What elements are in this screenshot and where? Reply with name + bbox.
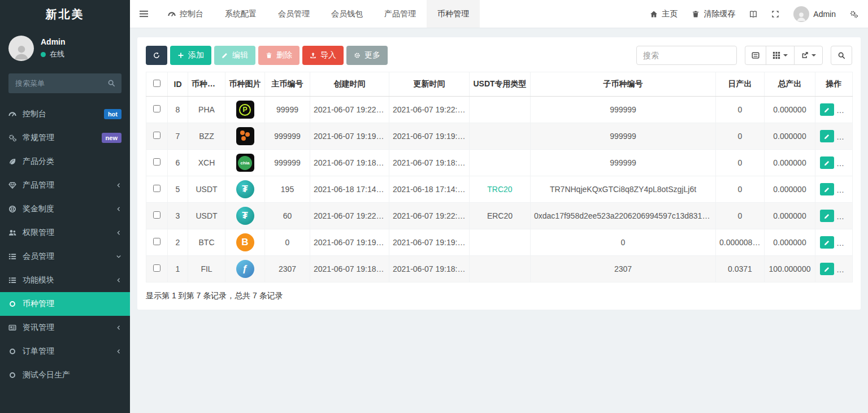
trash-icon: [266, 52, 272, 59]
pencil-icon: [824, 107, 830, 113]
user-menu[interactable]: Admin: [793, 6, 836, 22]
table-search-input[interactable]: [636, 46, 737, 65]
column-header-6: USDT专用类型: [470, 72, 531, 97]
row-checkbox[interactable]: [153, 132, 160, 139]
grid-icon: [772, 51, 780, 59]
tab-label: 系统配置: [225, 9, 257, 19]
pencil-icon: [824, 213, 830, 219]
sidebar-item-general[interactable]: 常规管理new: [0, 126, 130, 150]
tether-coin-icon: ₮: [236, 207, 254, 225]
table-row[interactable]: 1FILƒ23072021-06-07 19:18:392021-06-07 1…: [146, 256, 853, 282]
sidebar-item-label: 控制台: [23, 109, 98, 119]
clear-cache-button[interactable]: 清除缓存: [692, 9, 735, 19]
tab-member-manage[interactable]: 会员管理: [267, 0, 320, 28]
toggle-view-button[interactable]: [745, 46, 766, 65]
cell-updated: 2021-06-18 17:14:59: [389, 176, 470, 203]
sidebar-item-member-manage[interactable]: 会员管理: [0, 245, 130, 268]
sidebar-item-news-manage[interactable]: 资讯管理: [0, 316, 130, 340]
cell-usdt-type: [470, 123, 531, 150]
sidebar-item-test-today[interactable]: 测试今日生产: [0, 363, 130, 387]
hot-badge: hot: [104, 109, 121, 119]
avatar: [793, 6, 809, 22]
lifering-icon: [8, 205, 16, 213]
add-button[interactable]: 添加: [170, 46, 211, 65]
book-icon: [749, 10, 757, 18]
docs-button[interactable]: [749, 10, 757, 18]
sidebar-item-bonus-system[interactable]: 奖金制度: [0, 197, 130, 221]
tab-currency-manage[interactable]: 币种管理: [427, 0, 480, 28]
delete-button[interactable]: 删除: [258, 46, 300, 65]
row-checkbox[interactable]: [153, 185, 160, 192]
sidebar-item-function-module[interactable]: 功能模块: [0, 268, 130, 292]
row-edit-button[interactable]: [820, 156, 834, 169]
export-button[interactable]: [794, 46, 823, 65]
cell-created: 2021-06-07 19:18:39: [310, 256, 389, 282]
row-checkbox[interactable]: [153, 264, 160, 272]
tab-member-wallet[interactable]: 会员钱包: [320, 0, 374, 28]
chevron-left-icon: [116, 206, 121, 212]
row-checkbox[interactable]: [153, 158, 160, 166]
column-header-8: 日产出: [716, 72, 765, 97]
row-edit-button[interactable]: [820, 236, 834, 249]
row-checkbox[interactable]: [153, 211, 160, 219]
sidebar-toggle-button[interactable]: [130, 0, 157, 28]
cell-coin-image: P: [225, 97, 265, 123]
table-row[interactable]: 6XCHchia9999992021-06-07 19:18:392021-06…: [146, 150, 853, 176]
cell-usdt-type: [470, 97, 531, 123]
cell-name: USDT: [188, 176, 225, 203]
row-checkbox[interactable]: [153, 238, 160, 245]
import-button[interactable]: 导入: [302, 46, 344, 65]
row-edit-button[interactable]: [820, 183, 834, 195]
admin-app: 新北美 Admin 在线 控制台hot常规管理new产品分类产品管理奖金制度权限…: [0, 0, 868, 413]
sidebar-item-product-category[interactable]: 产品分类: [0, 150, 130, 173]
fullscreen-button[interactable]: [771, 10, 779, 18]
row-edit-button[interactable]: [820, 103, 834, 116]
search-button[interactable]: [831, 46, 852, 65]
column-header-3: 主币编号: [265, 72, 310, 97]
table-row[interactable]: 7BZZ9999992021-06-07 19:19:332021-06-07 …: [146, 123, 853, 150]
edit-button[interactable]: 编辑: [214, 46, 255, 65]
cell-total-output: 0.000000: [765, 176, 815, 203]
sidebar-item-permission[interactable]: 权限管理: [0, 221, 130, 245]
cell-created: 2021-06-07 19:22:25: [310, 97, 389, 123]
tab-system-config[interactable]: 系统配置: [214, 0, 267, 28]
row-edit-button[interactable]: [820, 130, 834, 142]
refresh-icon: [153, 52, 160, 59]
menu-search-input[interactable]: [8, 73, 121, 93]
cell-daily-output: 0: [716, 123, 765, 150]
columns-button[interactable]: [766, 46, 795, 65]
settings-button[interactable]: [850, 10, 858, 18]
row-checkbox[interactable]: [153, 105, 160, 112]
toolbar-right: [636, 46, 852, 65]
cell-main-code: 999999: [265, 123, 310, 150]
table-row[interactable]: 5USDT₮1952021-06-18 17:14:592021-06-18 1…: [146, 176, 853, 203]
filecoin-coin-icon: ƒ: [236, 260, 254, 278]
swarm-coin-icon: [236, 127, 254, 145]
row-edit-button[interactable]: [820, 210, 834, 222]
table-row[interactable]: 2BTCB02021-06-07 19:19:332021-06-07 19:1…: [146, 229, 853, 256]
home-link[interactable]: 主页: [650, 9, 678, 19]
column-header-4: 创建时间: [310, 72, 389, 97]
tab-product-manage[interactable]: 产品管理: [374, 0, 427, 28]
chevron-left-icon: [116, 277, 121, 283]
select-all-checkbox[interactable]: [153, 80, 160, 87]
person-icon: [796, 11, 807, 22]
sidebar-item-order-manage[interactable]: 订单管理: [0, 340, 130, 363]
table-row[interactable]: 3USDT₮602021-06-07 19:22:252021-06-07 19…: [146, 203, 853, 229]
tab-label: 产品管理: [384, 9, 416, 19]
tab-dashboard[interactable]: 控制台: [157, 0, 214, 28]
cell-id: 8: [168, 97, 188, 123]
cell-id: 6: [168, 150, 188, 176]
table-row[interactable]: 8PHAP999992021-06-07 19:22:252021-06-07 …: [146, 97, 853, 123]
cell-usdt-type: ERC20: [470, 203, 531, 229]
cell-main-code: 999999: [265, 150, 310, 176]
sidebar-item-product-manage[interactable]: 产品管理: [0, 173, 130, 197]
sidebar-item-dashboard[interactable]: 控制台hot: [0, 102, 130, 126]
row-edit-button[interactable]: [820, 263, 834, 275]
more-button[interactable]: 更多: [346, 46, 388, 65]
user-name: Admin: [41, 37, 66, 46]
upload-icon: [310, 52, 316, 59]
refresh-button[interactable]: [146, 46, 167, 65]
pencil-icon: [222, 52, 228, 59]
sidebar-item-currency-manage[interactable]: 币种管理: [0, 292, 130, 316]
